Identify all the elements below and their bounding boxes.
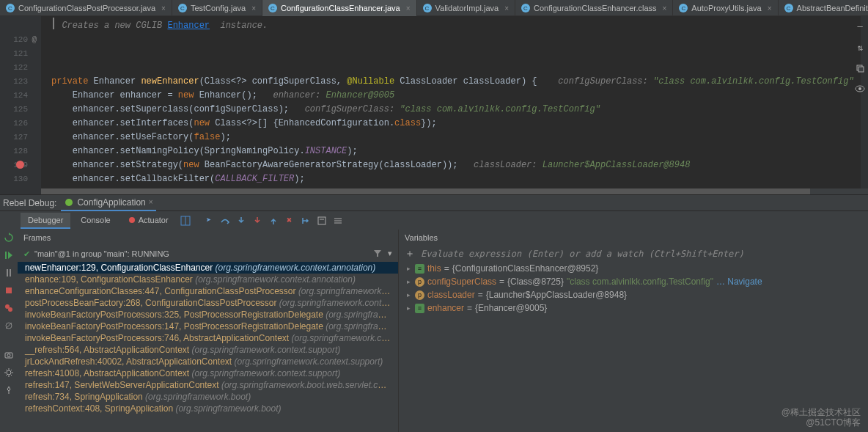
- filter-icon[interactable]: [373, 249, 382, 259]
- editor-tab[interactable]: CConfigurationClassEnhancer.java×: [262, 0, 417, 16]
- camera-icon[interactable]: [4, 350, 14, 360]
- stack-frame[interactable]: enhanceConfigurationClasses:447, Configu…: [18, 285, 398, 297]
- code-area[interactable]: Creates a new CGLIB Enhancer instance. p…: [41, 16, 868, 194]
- editor-tab[interactable]: CTestConfig.java×: [172, 0, 262, 16]
- debug-toolwindow-header: Rebel Debug: ConfigApplication ×: [0, 194, 868, 210]
- debug-toolbar: Debugger Console Actuator ➤ ✖: [0, 210, 868, 230]
- svg-point-1: [129, 217, 135, 223]
- dropdown-icon[interactable]: ▾: [388, 249, 392, 259]
- frames-panel: Frames ✔"main"@1 in group "main": RUNNIN…: [18, 230, 399, 432]
- debug-panel: Frames ✔"main"@1 in group "main": RUNNIN…: [0, 230, 868, 432]
- step-over-icon[interactable]: [218, 214, 232, 227]
- svg-rect-4: [318, 217, 326, 224]
- pause-icon[interactable]: [4, 268, 14, 278]
- variables-list[interactable]: ▸≡ this = {ConfigurationClassEnhancer@89…: [399, 262, 868, 432]
- variable-row[interactable]: ▸p configSuperClass = {Class@8725} "clas…: [405, 275, 862, 288]
- svg-rect-10: [7, 269, 8, 277]
- watch-eye-icon[interactable]: [853, 82, 867, 95]
- drop-frame-icon[interactable]: ✖: [283, 214, 296, 227]
- file-icon: C: [521, 4, 530, 12]
- rerun-icon[interactable]: [4, 233, 14, 243]
- stack-frame[interactable]: enhance:109, ConfigurationClassEnhancer …: [18, 274, 398, 285]
- pin-icon[interactable]: [4, 385, 14, 395]
- thread-selector[interactable]: ✔"main"@1 in group "main": RUNNING ▾: [18, 246, 398, 262]
- show-execution-point-icon[interactable]: ➤: [202, 214, 216, 227]
- editor-tab[interactable]: CValidatorImpl.java×: [417, 0, 515, 16]
- tab-console[interactable]: Console: [73, 213, 117, 229]
- stack-frame[interactable]: refresh:147, ServletWebServerApplication…: [18, 379, 398, 391]
- variables-panel: Variables ＋ Evaluate expression (Enter) …: [399, 230, 868, 432]
- gutter: 120@121122123124125126127128129130: [0, 16, 41, 194]
- stack-frame[interactable]: __refresh:564, AbstractApplicationContex…: [18, 344, 398, 356]
- run-config-tab[interactable]: ConfigApplication ×: [61, 195, 155, 211]
- svg-point-19: [7, 370, 11, 375]
- stack-frame[interactable]: postProcessBeanFactory:268, Configuratio…: [18, 297, 398, 309]
- stack-frame[interactable]: invokeBeanFactoryPostProcessors:325, Pos…: [18, 309, 398, 321]
- variables-label: Variables: [405, 233, 438, 242]
- stack-frame[interactable]: newEnhancer:129, ConfigurationClassEnhan…: [18, 262, 398, 274]
- stack-frame[interactable]: invokeBeanFactoryPostProcessors:147, Pos…: [18, 321, 398, 332]
- close-icon[interactable]: ×: [663, 4, 667, 12]
- left-action-rail: [0, 230, 18, 432]
- file-icon: C: [423, 4, 432, 12]
- svg-rect-12: [6, 288, 12, 293]
- step-out-icon[interactable]: [267, 214, 280, 227]
- variable-row[interactable]: ▸≡ this = {ConfigurationClassEnhancer@89…: [405, 262, 862, 275]
- close-icon[interactable]: ×: [406, 4, 411, 12]
- svg-point-0: [65, 199, 73, 206]
- close-icon[interactable]: ×: [161, 4, 166, 12]
- collapse-icon[interactable]: —: [853, 21, 867, 34]
- svg-rect-9: [5, 252, 7, 259]
- editor-tab[interactable]: CAutoProxyUtils.java×: [673, 0, 778, 16]
- copy-icon[interactable]: [853, 62, 867, 75]
- editor-tab[interactable]: CAbstractBeanDefinition×: [779, 0, 868, 16]
- svg-point-18: [7, 354, 10, 357]
- evaluate-input[interactable]: Evaluate expression (Enter) or add a wat…: [421, 249, 744, 259]
- variable-row[interactable]: ▸≡ enhancer = {Enhancer@9005}: [405, 301, 862, 315]
- view-breakpoints-icon[interactable]: [4, 303, 14, 313]
- file-icon: C: [268, 4, 277, 12]
- close-icon[interactable]: ×: [251, 4, 256, 12]
- step-into-icon[interactable]: [235, 214, 248, 227]
- stack-frame[interactable]: refresh:734, SpringApplication (org.spri…: [18, 391, 398, 403]
- h-scrollbar[interactable]: [41, 188, 868, 194]
- mute-breakpoints-icon[interactable]: [4, 321, 14, 331]
- stack-frame[interactable]: refreshContext:408, SpringApplication (o…: [18, 403, 398, 414]
- force-step-into-icon[interactable]: [251, 214, 264, 227]
- close-icon[interactable]: ×: [504, 4, 509, 12]
- evaluate-icon[interactable]: [315, 214, 328, 227]
- stop-icon[interactable]: [4, 285, 14, 296]
- stack-frame[interactable]: refresh:41008, AbstractApplicationContex…: [18, 367, 398, 379]
- frames-label: Frames: [23, 233, 51, 242]
- close-icon[interactable]: ×: [768, 4, 772, 12]
- svg-point-14: [8, 307, 12, 312]
- editor-tab[interactable]: CConfigurationClassEnhancer.class×: [515, 0, 673, 16]
- variable-row[interactable]: ▸p classLoader = {Launcher$AppClassLoade…: [405, 288, 862, 301]
- file-icon: C: [784, 4, 793, 12]
- check-icon: ✔: [23, 249, 30, 258]
- stack-frame[interactable]: jrLockAndRefresh:40002, AbstractApplicat…: [18, 356, 398, 367]
- editor-tabs: CConfigurationClassPostProcessor.java×CT…: [0, 0, 868, 16]
- file-icon: C: [679, 4, 688, 12]
- add-watch-icon[interactable]: ＋: [405, 247, 415, 260]
- frames-list[interactable]: newEnhancer:129, ConfigurationClassEnhan…: [18, 262, 398, 432]
- file-icon: C: [6, 4, 15, 12]
- stack-frame[interactable]: invokeBeanFactoryPostProcessors:746, Abs…: [18, 332, 398, 344]
- resume-icon[interactable]: [4, 250, 14, 260]
- svg-rect-11: [10, 269, 11, 277]
- h-scroll-thumb[interactable]: [41, 188, 810, 194]
- settings-icon[interactable]: [4, 367, 14, 378]
- svg-rect-21: [858, 67, 864, 72]
- svg-point-23: [858, 87, 861, 90]
- run-to-cursor-icon[interactable]: [299, 214, 312, 227]
- spring-icon: [64, 197, 74, 208]
- scroll-up-icon[interactable]: ⇅: [853, 41, 867, 54]
- trace-icon[interactable]: [331, 214, 345, 227]
- layout-icon[interactable]: [179, 214, 192, 227]
- file-icon: C: [178, 4, 187, 12]
- debug-title: Rebel Debug:: [3, 198, 56, 208]
- close-icon[interactable]: ×: [149, 198, 153, 206]
- tab-debugger[interactable]: Debugger: [21, 213, 70, 229]
- editor-tab[interactable]: CConfigurationClassPostProcessor.java×: [0, 0, 172, 16]
- tab-actuator[interactable]: Actuator: [121, 213, 176, 229]
